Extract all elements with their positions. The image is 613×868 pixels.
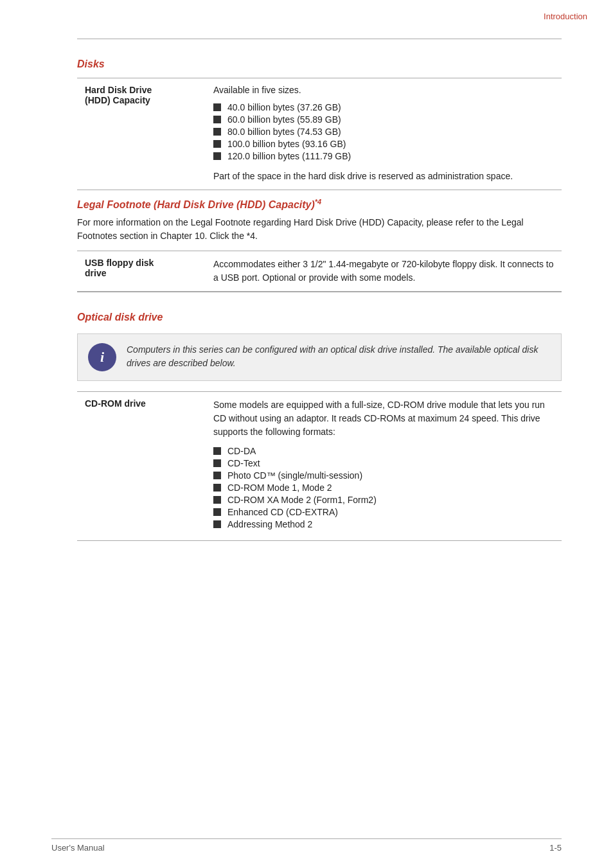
cdrom-row: CD-ROM drive Some models are equipped wi…: [77, 392, 562, 541]
bullet-icon: [213, 116, 221, 123]
disks-section-title: Disks: [77, 58, 562, 70]
hdd-label: Hard Disk Drive (HDD) Capacity: [77, 78, 206, 190]
cdrom-formats-list: CD-DA CD-Text Photo CD™ (single/multi-se…: [213, 441, 554, 534]
list-item: 120.0 billion bytes (111.79 GB): [213, 151, 554, 161]
list-item: Photo CD™ (single/multi-session): [213, 470, 554, 481]
hdd-sizes-list: 40.0 billion bytes (37.26 GB) 60.0 billi…: [213, 98, 554, 166]
usb-floppy-row: USB floppy disk drive Accommodates eithe…: [77, 251, 562, 292]
footer-left: User's Manual: [51, 843, 105, 853]
list-item: 40.0 billion bytes (37.26 GB): [213, 102, 554, 112]
page-footer: User's Manual 1-5: [51, 838, 562, 853]
usb-floppy-label: USB floppy disk drive: [77, 251, 206, 292]
cdrom-label: CD-ROM drive: [77, 392, 206, 541]
bullet-icon: [213, 103, 221, 111]
bullet-icon: [213, 140, 221, 148]
hdd-row: Hard Disk Drive (HDD) Capacity Available…: [77, 78, 562, 190]
list-item: Enhanced CD (CD-EXTRA): [213, 507, 554, 517]
list-item: 60.0 billion bytes (55.89 GB): [213, 114, 554, 125]
bullet-icon: [213, 472, 221, 479]
bullet-icon: [213, 508, 221, 516]
list-item: CD-Text: [213, 458, 554, 468]
hdd-value: Available in five sizes. 40.0 billion by…: [206, 78, 562, 190]
list-item: CD-ROM Mode 1, Mode 2: [213, 483, 554, 493]
usb-floppy-value: Accommodates either 3 1/2" 1.44-megabyte…: [206, 251, 562, 292]
bullet-icon: [213, 128, 221, 136]
list-item: CD-DA: [213, 446, 554, 456]
list-item: CD-ROM XA Mode 2 (Form1, Form2): [213, 495, 554, 505]
legal-body: For more information on the Legal Footno…: [77, 216, 562, 243]
optical-section-title: Optical disk drive: [77, 312, 562, 323]
chapter-header: Introduction: [544, 12, 587, 21]
bullet-icon: [213, 496, 221, 504]
cdrom-value: Some models are equipped with a full-siz…: [206, 392, 562, 541]
footer-right: 1-5: [549, 843, 562, 853]
hdd-table: Hard Disk Drive (HDD) Capacity Available…: [77, 78, 562, 190]
bullet-icon: [213, 447, 221, 455]
cdrom-table: CD-ROM drive Some models are equipped wi…: [77, 391, 562, 541]
bullet-icon: [213, 484, 221, 492]
info-text: Computers in this series can be configur…: [127, 343, 551, 370]
info-icon: i: [88, 343, 116, 371]
list-item: 100.0 billion bytes (93.16 GB): [213, 139, 554, 149]
legal-footnote-section: Legal Footnote (Hard Disk Drive (HDD) Ca…: [77, 190, 562, 251]
list-item: 80.0 billion bytes (74.53 GB): [213, 127, 554, 137]
info-box: i Computers in this series can be config…: [77, 333, 562, 381]
bullet-icon: [213, 459, 221, 467]
list-item: Addressing Method 2: [213, 519, 554, 529]
usb-floppy-table: USB floppy disk drive Accommodates eithe…: [77, 251, 562, 292]
legal-title: Legal Footnote (Hard Disk Drive (HDD) Ca…: [77, 198, 562, 211]
bullet-icon: [213, 520, 221, 528]
bullet-icon: [213, 152, 221, 160]
